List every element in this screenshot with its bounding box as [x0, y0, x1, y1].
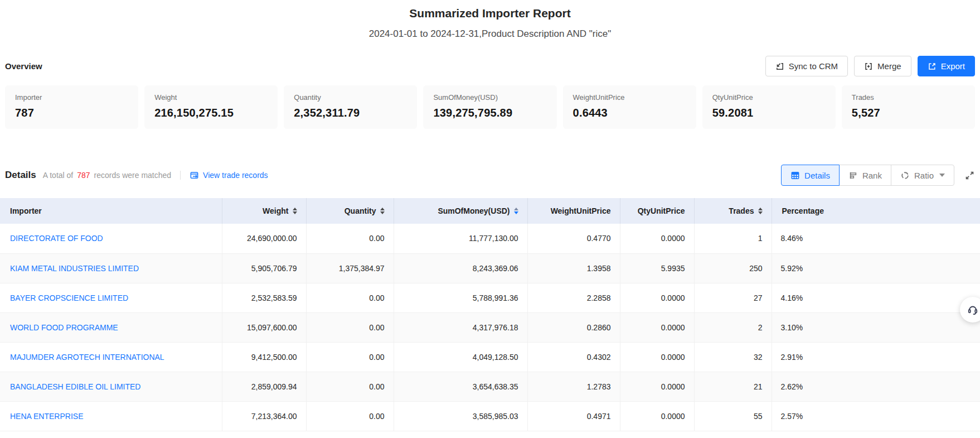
- cell-qtyunitprice: 0.0000: [620, 342, 694, 372]
- table-row: BAYER CROPSCIENCE LIMITED2,532,583.590.0…: [0, 283, 980, 312]
- cell-weightunitprice: 2.2858: [527, 283, 620, 312]
- cell-trades: 55: [694, 401, 772, 431]
- merge-button[interactable]: Merge: [854, 56, 911, 76]
- cell-quantity: 0.00: [306, 342, 394, 372]
- tab-details-label: Details: [804, 171, 830, 180]
- cell-qtyunitprice: 0.0000: [620, 312, 694, 342]
- tab-ratio-view[interactable]: Ratio: [891, 165, 954, 186]
- cell-sumofmoney-usd-: 3,654,638.35: [394, 372, 527, 401]
- importer-link[interactable]: DIRECTORATE OF FOOD: [10, 234, 103, 243]
- cell-trades: 27: [694, 283, 772, 312]
- merge-label: Merge: [877, 61, 901, 71]
- table-row: KIAM METAL INDUSTRIES LIMITED5,905,706.7…: [0, 253, 980, 283]
- sort-carets-icon[interactable]: [758, 208, 763, 214]
- stat-card-value: 139,275,795.89: [433, 107, 546, 119]
- stat-card-label: Weight: [154, 93, 268, 102]
- column-label: WeightUnitPrice: [551, 206, 611, 215]
- importer-link[interactable]: MAJUMDER AGROTECH INTERNATIONAL: [10, 353, 164, 362]
- stat-card-label: QtyUnitPrice: [712, 93, 826, 102]
- cell-quantity: 0.00: [306, 283, 394, 312]
- cell-percentage: 4.16%: [772, 283, 980, 312]
- table-header-row: ImporterWeightQuantitySumOfMoney(USD)Wei…: [0, 198, 980, 224]
- tab-rank-view[interactable]: Rank: [839, 165, 891, 186]
- stat-card-sumofmoney-usd-: SumOfMoney(USD)139,275,795.89: [423, 85, 556, 129]
- export-button[interactable]: Export: [918, 56, 975, 76]
- cell-percentage: 2.91%: [772, 342, 980, 372]
- cell-weightunitprice: 0.4971: [527, 401, 620, 431]
- cell-sumofmoney-usd-: 4,049,128.50: [394, 342, 527, 372]
- importer-link[interactable]: WORLD FOOD PROGRAMME: [10, 323, 118, 332]
- stat-card-label: Importer: [15, 93, 128, 102]
- details-toolbar: Details A total of 787 records were matc…: [5, 165, 975, 186]
- cell-weightunitprice: 0.2860: [527, 312, 620, 342]
- stat-card-value: 2,352,311.79: [294, 107, 407, 119]
- stat-card-label: Trades: [852, 93, 965, 102]
- ratio-circle-icon: [900, 171, 910, 180]
- column-label: SumOfMoney(USD): [438, 206, 510, 215]
- export-label: Export: [941, 61, 965, 71]
- view-mode-group: Details Rank Ratio: [781, 165, 954, 186]
- importer-link[interactable]: KIAM METAL INDUSTRIES LIMITED: [10, 264, 139, 273]
- tab-rank-label: Rank: [862, 171, 882, 180]
- column-header-trades[interactable]: Trades: [694, 198, 772, 224]
- cell-quantity: 0.00: [306, 372, 394, 401]
- view-trade-records-link[interactable]: View trade records: [190, 171, 268, 180]
- column-label: Trades: [729, 206, 754, 215]
- cell-percentage: 2.62%: [772, 372, 980, 401]
- column-label: Quantity: [345, 206, 376, 215]
- stat-card-value: 787: [15, 107, 128, 119]
- overview-actions: Sync to CRM Merge Export: [765, 56, 975, 76]
- stat-card-label: Quantity: [294, 93, 407, 102]
- cell-trades: 1: [694, 224, 772, 253]
- headset-icon: [967, 304, 979, 316]
- fullscreen-button[interactable]: [964, 170, 975, 181]
- report-query-subtitle: 2024-01-01 to 2024-12-31,Product Descrip…: [0, 28, 980, 40]
- stat-card-weight: Weight216,150,275.15: [144, 85, 278, 129]
- fullscreen-expand-icon: [964, 170, 975, 181]
- table-row: WORLD FOOD PROGRAMME15,097,600.000.004,3…: [0, 312, 980, 342]
- tab-details-view[interactable]: Details: [781, 165, 840, 186]
- sync-to-crm-button[interactable]: Sync to CRM: [765, 56, 848, 76]
- cell-quantity: 0.00: [306, 224, 394, 253]
- table-row: HENA ENTERPRISE7,213,364.000.003,585,985…: [0, 401, 980, 431]
- column-header-quantity[interactable]: Quantity: [306, 198, 394, 224]
- importer-link[interactable]: HENA ENTERPRISE: [10, 412, 83, 421]
- cell-percentage: 3.10%: [772, 312, 980, 342]
- sort-carets-icon[interactable]: [380, 208, 385, 214]
- column-header-sumofmoney-usd-[interactable]: SumOfMoney(USD): [394, 198, 527, 224]
- table-grid-icon: [790, 171, 800, 180]
- stat-card-quantity: Quantity2,352,311.79: [284, 85, 417, 129]
- matched-count: 787: [77, 171, 90, 180]
- overview-toolbar: Overview Sync to CRM Merge: [5, 56, 975, 76]
- cell-weight: 2,532,583.59: [222, 283, 306, 312]
- cell-quantity: 1,375,384.97: [306, 253, 394, 283]
- cell-trades: 21: [694, 372, 772, 401]
- cell-quantity: 0.00: [306, 401, 394, 431]
- details-summary: Details A total of 787 records were matc…: [5, 170, 268, 181]
- view-trade-records-label: View trade records: [203, 171, 268, 180]
- overview-heading: Overview: [5, 61, 42, 71]
- records-matched-text: A total of 787 records were matched: [43, 171, 171, 180]
- column-header-percentage: Percentage: [772, 198, 980, 224]
- import-into-crm-icon: [775, 62, 784, 71]
- importer-link[interactable]: BANGLADESH EDIBLE OIL LIMITED: [10, 382, 140, 391]
- sort-carets-icon[interactable]: [293, 208, 297, 214]
- column-label: Importer: [10, 206, 42, 215]
- cell-weight: 24,690,000.00: [222, 224, 306, 253]
- sort-carets-icon[interactable]: [514, 208, 518, 214]
- cell-weight: 5,905,706.79: [222, 253, 306, 283]
- matched-suffix: records were matched: [94, 171, 172, 180]
- cell-trades: 32: [694, 342, 772, 372]
- table-row: DIRECTORATE OF FOOD24,690,000.000.0011,7…: [0, 224, 980, 253]
- cell-weight: 9,412,500.00: [222, 342, 306, 372]
- cell-sumofmoney-usd-: 11,777,130.00: [394, 224, 527, 253]
- merge-icon: [864, 62, 873, 71]
- cell-quantity: 0.00: [306, 312, 394, 342]
- cell-weight: 15,097,600.00: [222, 312, 306, 342]
- cell-percentage: 2.57%: [772, 401, 980, 431]
- column-label: Percentage: [782, 206, 824, 215]
- column-header-weight[interactable]: Weight: [222, 198, 306, 224]
- cell-sumofmoney-usd-: 5,788,991.36: [394, 283, 527, 312]
- importer-link[interactable]: BAYER CROPSCIENCE LIMITED: [10, 293, 128, 302]
- cell-trades: 2: [694, 312, 772, 342]
